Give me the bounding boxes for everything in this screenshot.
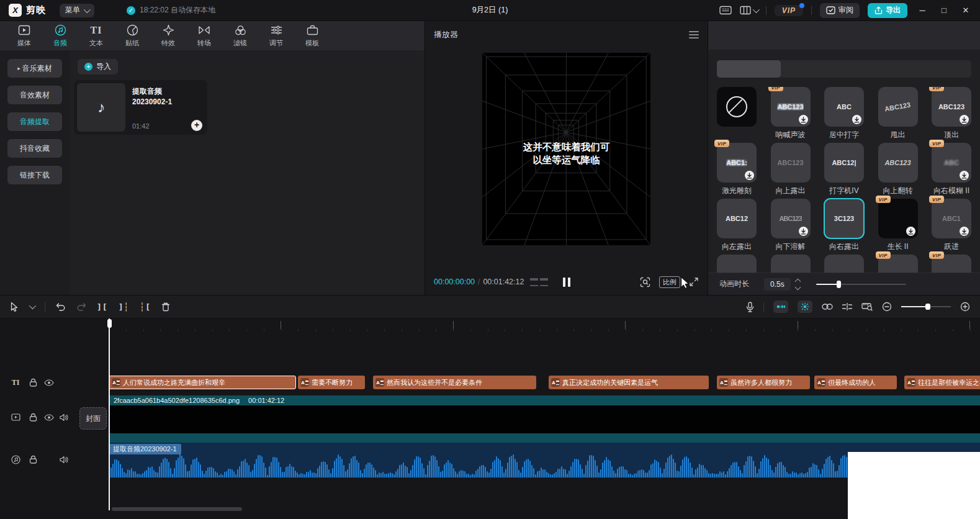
timeline-zoom-slider[interactable]: [901, 303, 951, 310]
audio-source-item[interactable]: ▸ 音乐素材: [7, 59, 62, 78]
timecode-display-icon[interactable]: [530, 278, 548, 286]
audio-source-item[interactable]: ▸ 音效素材: [7, 86, 62, 104]
pause-button[interactable]: [563, 278, 570, 287]
redo-icon[interactable]: [76, 302, 86, 311]
subtitle-clip[interactable]: A 但最终成功的人: [814, 376, 897, 389]
audio-track-icon: [10, 454, 21, 465]
select-tool-icon[interactable]: [10, 302, 19, 312]
time-ruler[interactable]: [109, 318, 980, 332]
playhead[interactable]: [109, 318, 110, 510]
subtitle-clip[interactable]: A 往往是那些被幸运之神: [904, 376, 980, 389]
horizontal-scrollbar[interactable]: [112, 507, 242, 511]
media-tab[interactable]: 转场: [186, 24, 222, 48]
eye-icon[interactable]: [43, 412, 55, 423]
layout-switch-icon[interactable]: [740, 6, 758, 15]
delete-left-icon[interactable]: ┆[: [140, 302, 151, 312]
link-clips-icon[interactable]: [822, 304, 833, 310]
animation-item[interactable]: VIP ABC123 呐喊声波: [771, 87, 811, 140]
media-tab[interactable]: 音频: [42, 24, 78, 48]
animation-item[interactable]: VIP: [717, 87, 757, 140]
vip-membership-badge[interactable]: VIP: [775, 5, 803, 16]
import-button[interactable]: + 导入: [78, 59, 118, 74]
animation-item[interactable]: VIP ABC 向右模糊 II: [932, 143, 971, 196]
vip-badge: VIP: [929, 251, 944, 259]
player-menu-icon[interactable]: [689, 31, 699, 38]
animation-item[interactable]: VIP ABC 居中打字: [824, 87, 864, 140]
subtitle-clip[interactable]: A 真正决定成功的关键因素是运气: [549, 376, 709, 389]
subtitle-clip[interactable]: A 然而我认为这些并不是必要条件: [373, 376, 536, 389]
subtitle-clip[interactable]: A 需要不断努力: [298, 376, 365, 389]
animation-item[interactable]: VIP: [717, 255, 757, 273]
audio-source-item[interactable]: ▸ 音频提取: [7, 112, 62, 131]
animation-item[interactable]: VIP ABC12| 打字机IV: [824, 143, 864, 196]
media-tab[interactable]: 调节: [258, 24, 294, 48]
zoom-out-icon[interactable]: [882, 302, 892, 312]
animation-item[interactable]: VIP: [771, 255, 811, 273]
aspect-ratio-button[interactable]: 比例: [659, 276, 680, 288]
eye-icon[interactable]: [43, 377, 55, 388]
undo-icon[interactable]: [56, 302, 66, 311]
select-tool-chevron-icon[interactable]: [29, 302, 36, 309]
preview-axis-icon[interactable]: [842, 303, 852, 310]
timeline-scale-icon[interactable]: [861, 302, 873, 311]
close-button[interactable]: ✕: [959, 6, 973, 15]
minimize-button[interactable]: ─: [915, 6, 929, 15]
animation-subtab[interactable]: [908, 60, 972, 78]
media-tab[interactable]: 贴纸: [114, 24, 150, 48]
media-tab[interactable]: 媒体: [6, 24, 42, 48]
fullscreen-icon[interactable]: [689, 277, 699, 287]
animation-item[interactable]: VIP ABC123 甩出: [878, 87, 918, 140]
animation-subtab[interactable]: [781, 60, 845, 78]
animation-item[interactable]: VIP: [932, 255, 971, 273]
lock-icon[interactable]: [27, 377, 38, 388]
animation-item[interactable]: VIP 生长 II: [878, 199, 918, 252]
shortcut-keyboard-icon[interactable]: [719, 6, 732, 15]
animation-subtab[interactable]: [717, 60, 781, 78]
review-button[interactable]: 审阅: [820, 3, 860, 18]
maximize-button[interactable]: □: [937, 6, 951, 15]
video-preview[interactable]: 这并不意味着我们可 以坐等运气降临: [482, 53, 650, 245]
subtitle-clip[interactable]: A 人们常说成功之路充满曲折和艰辛: [109, 376, 296, 389]
delete-right-icon[interactable]: ]┆: [119, 302, 130, 312]
animation-item[interactable]: VIP: [878, 255, 918, 273]
duration-slider[interactable]: [816, 281, 906, 288]
mute-icon[interactable]: [58, 454, 70, 465]
duration-value[interactable]: 0.5s: [764, 278, 791, 291]
media-tab[interactable]: 模板: [294, 24, 330, 48]
animation-item[interactable]: VIP ABC1 跃进: [932, 199, 971, 252]
delete-icon[interactable]: [161, 302, 170, 312]
lock-icon[interactable]: [27, 454, 38, 465]
magnet-snap-toggle[interactable]: [773, 300, 788, 313]
animation-item[interactable]: VIP ABC123 向下溶解: [771, 199, 811, 252]
video-clip[interactable]: 2fcaacb5a061b4a502dfe1208635c6d.png 00:0…: [109, 395, 980, 443]
menu-button[interactable]: 菜单: [60, 4, 94, 17]
subtitle-clip[interactable]: A 虽然许多人都很努力: [717, 376, 810, 389]
audio-asset-card[interactable]: ♪ 提取音频 20230902-1 01:42 +: [74, 80, 207, 135]
mute-icon[interactable]: [58, 412, 70, 423]
audio-source-item[interactable]: ▸ 抖音收藏: [7, 139, 62, 158]
export-button[interactable]: 导出: [868, 3, 907, 18]
lock-icon[interactable]: [27, 412, 38, 423]
audio-source-item[interactable]: ▸ 链接下载: [7, 166, 62, 184]
animation-item[interactable]: VIP 3C123 向右露出: [824, 199, 864, 252]
add-to-timeline-button[interactable]: +: [191, 120, 202, 131]
animation-item[interactable]: VIP ABC123 向上翻转: [878, 143, 918, 196]
duration-stepper[interactable]: [796, 279, 800, 289]
vip-badge: VIP: [929, 87, 944, 91]
animation-item[interactable]: VIP: [824, 255, 864, 273]
linkage-toggle[interactable]: [798, 300, 812, 313]
cover-button[interactable]: 封面: [79, 407, 107, 430]
split-icon[interactable]: ][: [97, 302, 108, 312]
preview-quality-icon[interactable]: [640, 277, 650, 287]
animation-item[interactable]: VIP ABC123 顶出: [932, 87, 971, 140]
animation-item[interactable]: VIP ABC12 向左露出: [717, 199, 757, 252]
media-tab[interactable]: 滤镜: [222, 24, 258, 48]
zoom-in-icon[interactable]: [960, 302, 970, 312]
notification-dot: [799, 3, 804, 8]
animation-subtab[interactable]: [844, 60, 908, 78]
record-voiceover-icon[interactable]: [746, 302, 754, 312]
animation-item[interactable]: VIP ABC1: 激光雕刻: [717, 143, 757, 196]
animation-item[interactable]: VIP ABC123 向上露出: [771, 143, 811, 196]
media-tab[interactable]: TI 文本: [78, 24, 114, 48]
media-tab[interactable]: 特效: [150, 24, 186, 48]
